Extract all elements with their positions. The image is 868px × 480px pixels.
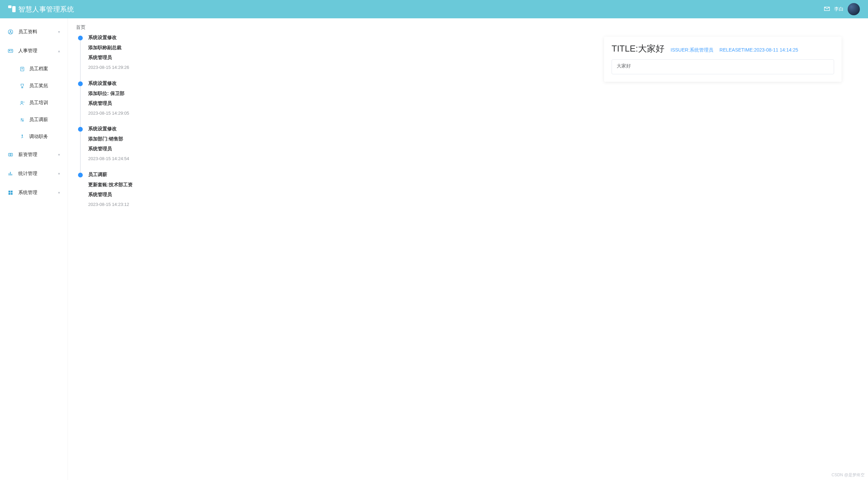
main-content: 首页 系统设置修改 添加职称副总裁 系统管理员 2023-08-15 14:29…: [68, 18, 868, 480]
svg-rect-2: [8, 49, 13, 52]
timeline-title: 系统设置修改: [88, 80, 145, 87]
notice-content: 大家好: [612, 59, 834, 74]
release-value: 2023-08-11 14:14:25: [754, 47, 798, 53]
sidebar-item-label: 调动职务: [29, 134, 48, 140]
timeline-dot-icon: [78, 173, 83, 177]
timeline-time: 2023-08-15 14:29:05: [88, 110, 145, 117]
timeline-action: 更新套账:技术部工资: [88, 181, 145, 188]
user-circle-icon: [7, 29, 14, 35]
timeline-time: 2023-08-15 14:24:54: [88, 155, 145, 162]
sidebar-item-label: 员工奖惩: [29, 83, 48, 89]
timeline-item: 系统设置修改 添加职称副总裁 系统管理员 2023-08-15 14:29:26: [79, 35, 145, 80]
timeline-action: 添加职位: 保卫部: [88, 90, 145, 97]
walk-icon: [19, 134, 25, 139]
sidebar-item-training[interactable]: 员工培训: [0, 94, 67, 111]
chart-bar-icon: [7, 171, 14, 176]
svg-point-6: [21, 118, 22, 119]
svg-point-5: [21, 101, 22, 103]
timeline-item: 系统设置修改 添加职位: 保卫部 系统管理员 2023-08-15 14:29:…: [79, 80, 145, 126]
sidebar-item-label: 员工培训: [29, 100, 48, 106]
timeline-action: 添加部门:销售部: [88, 135, 145, 142]
sidebar: 员工资料 ▾ 人事管理 ▴ 员工档案 员工奖惩: [0, 18, 68, 480]
sidebar-item-label: 员工调薪: [29, 117, 48, 123]
content-row: 系统设置修改 添加职称副总裁 系统管理员 2023-08-15 14:29:26…: [74, 35, 862, 217]
timeline-title: 员工调薪: [88, 172, 145, 178]
sidebar-item-label: 人事管理: [18, 48, 58, 54]
sidebar-item-salary-adjust[interactable]: 员工调薪: [0, 111, 67, 128]
sidebar-item-reward[interactable]: 员工奖惩: [0, 77, 67, 94]
title-prefix: TITLE:: [612, 43, 638, 54]
page-header: 智慧人事管理系统 李白: [0, 0, 868, 18]
sidebar-item-label: 员工资料: [18, 29, 58, 35]
mail-icon[interactable]: [824, 6, 830, 13]
svg-rect-12: [11, 191, 13, 192]
header-left: 智慧人事管理系统: [8, 5, 74, 14]
sidebar-item-salary[interactable]: 薪资管理 ▾: [0, 145, 67, 164]
money-icon: [7, 152, 14, 157]
svg-point-7: [22, 120, 23, 121]
notice-card-header: TITLE:大家好 ISSUER:系统管理员 RELEASETIME:2023-…: [612, 43, 834, 55]
sidebar-item-label: 员工档案: [29, 66, 48, 72]
timeline-action: 添加职称副总裁: [88, 44, 145, 51]
issuer-label: ISSUER:: [671, 47, 690, 53]
svg-point-1: [10, 31, 11, 32]
timeline-user: 系统管理员: [88, 100, 145, 107]
adjust-icon: [19, 117, 25, 122]
header-right: 李白: [824, 3, 860, 15]
id-card-icon: [7, 48, 14, 54]
timeline-time: 2023-08-15 14:29:26: [88, 64, 145, 71]
svg-rect-13: [8, 193, 10, 195]
issuer-value: 系统管理员: [690, 47, 713, 53]
svg-rect-11: [8, 191, 10, 192]
user-name[interactable]: 李白: [834, 6, 844, 12]
timeline-title: 系统设置修改: [88, 126, 145, 132]
timeline-title: 系统设置修改: [88, 35, 145, 41]
user-plus-icon: [19, 100, 25, 105]
watermark: CSDN @是梦终空: [831, 472, 865, 478]
chevron-up-icon: ▴: [58, 49, 60, 53]
timeline-dot-icon: [78, 81, 83, 86]
timeline-user: 系统管理员: [88, 192, 145, 198]
svg-point-3: [9, 50, 10, 51]
timeline-user: 系统管理员: [88, 55, 145, 61]
notice-release: RELEASETIME:2023-08-11 14:14:25: [719, 47, 798, 53]
breadcrumb[interactable]: 首页: [74, 22, 862, 35]
sidebar-item-transfer[interactable]: 调动职务: [0, 128, 67, 145]
timeline-item: 系统设置修改 添加部门:销售部 系统管理员 2023-08-15 14:24:5…: [79, 126, 145, 172]
notice-card: TITLE:大家好 ISSUER:系统管理员 RELEASETIME:2023-…: [604, 37, 842, 82]
svg-rect-9: [8, 153, 13, 156]
sidebar-item-system[interactable]: 系统管理 ▾: [0, 183, 67, 202]
timeline-time: 2023-08-15 14:23:12: [88, 201, 145, 208]
file-icon: [19, 66, 25, 72]
chevron-down-icon: ▾: [58, 171, 60, 176]
svg-rect-14: [11, 193, 13, 195]
app-title: 智慧人事管理系统: [18, 5, 74, 14]
sidebar-item-label: 系统管理: [18, 190, 58, 196]
timeline-user: 系统管理员: [88, 146, 145, 152]
release-label: RELEASETIME:: [719, 47, 754, 53]
timeline-item: 员工调薪 更新套账:技术部工资 系统管理员 2023-08-15 14:23:1…: [79, 172, 145, 217]
sidebar-item-hr[interactable]: 人事管理 ▴: [0, 41, 67, 60]
notice-title: TITLE:大家好: [612, 43, 664, 55]
avatar[interactable]: [848, 3, 860, 15]
sidebar-submenu-hr: 员工档案 员工奖惩 员工培训 员工调薪: [0, 60, 67, 145]
sidebar-item-label: 统计管理: [18, 171, 58, 177]
timeline-dot-icon: [78, 127, 83, 132]
windows-icon: [7, 190, 14, 195]
timeline-dot-icon: [78, 36, 83, 40]
chevron-down-icon: ▾: [58, 190, 60, 195]
svg-point-8: [22, 135, 23, 136]
notice-issuer: ISSUER:系统管理员: [671, 47, 713, 53]
trophy-icon: [19, 83, 25, 89]
chevron-down-icon: ▾: [58, 30, 60, 34]
svg-point-10: [10, 154, 11, 155]
sidebar-item-employees[interactable]: 员工资料 ▾: [0, 22, 67, 41]
sidebar-item-stats[interactable]: 统计管理 ▾: [0, 164, 67, 183]
activity-timeline: 系统设置修改 添加职称副总裁 系统管理员 2023-08-15 14:29:26…: [74, 35, 145, 217]
sidebar-item-archive[interactable]: 员工档案: [0, 60, 67, 77]
app-logo-icon: [8, 5, 16, 13]
title-value: 大家好: [638, 43, 664, 54]
chevron-down-icon: ▾: [58, 152, 60, 157]
sidebar-item-label: 薪资管理: [18, 152, 58, 158]
